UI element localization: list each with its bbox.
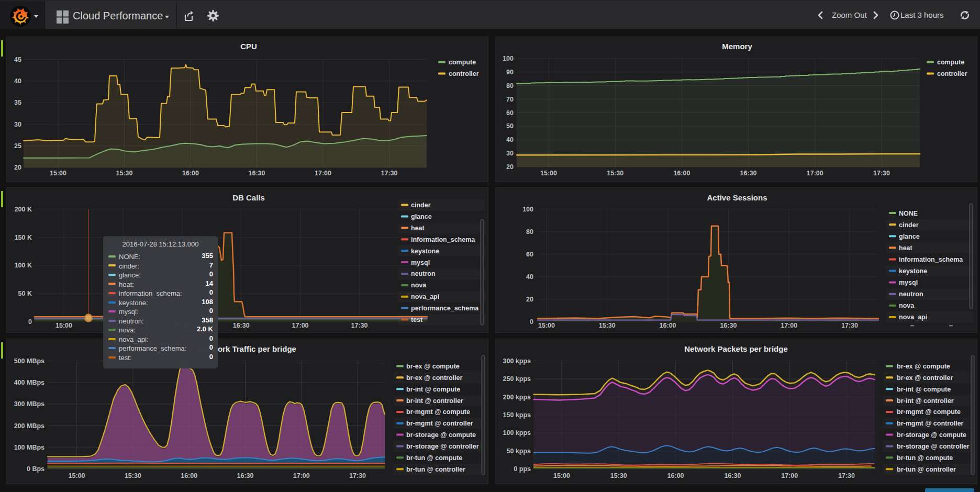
svg-text:25: 25 — [14, 142, 21, 150]
svg-text:17:00: 17:00 — [781, 322, 797, 329]
svg-text:16:30: 16:30 — [249, 170, 265, 177]
svg-text:17:00: 17:00 — [781, 472, 798, 479]
svg-text:controller: controller — [937, 70, 967, 77]
svg-text:0 Bps: 0 Bps — [27, 465, 44, 473]
svg-text:controller: controller — [449, 70, 479, 77]
svg-text:br-tun @ controller: br-tun @ controller — [897, 466, 956, 473]
svg-text:information_schema: information_schema — [899, 256, 963, 263]
svg-text:200 kpps: 200 kpps — [503, 394, 531, 401]
svg-text:60: 60 — [526, 251, 533, 258]
svg-text:16:00: 16:00 — [182, 170, 199, 177]
svg-text:30: 30 — [14, 121, 21, 128]
svg-text:heat: heat — [899, 244, 913, 252]
svg-text:150 K: 150 K — [15, 234, 32, 241]
svg-text:performance_schema: performance_schema — [411, 305, 479, 312]
svg-text:15:30: 15:30 — [125, 472, 141, 479]
svg-text:70: 70 — [506, 96, 514, 103]
svg-text:br-storage @ compute: br-storage @ compute — [406, 431, 476, 439]
svg-text:br-mgmt @ controller: br-mgmt @ controller — [406, 420, 473, 427]
svg-text:17:00: 17:00 — [807, 170, 823, 177]
svg-text:300 MBps: 300 MBps — [14, 400, 44, 408]
svg-text:15:00: 15:00 — [553, 472, 570, 479]
svg-text:16:30: 16:30 — [720, 322, 737, 329]
svg-text:17:30: 17:30 — [838, 472, 855, 479]
svg-text:15:30: 15:30 — [607, 170, 623, 177]
svg-text:keystone: keystone — [899, 267, 927, 275]
svg-text:17:30: 17:30 — [351, 322, 368, 329]
svg-text:200 MBps: 200 MBps — [14, 422, 44, 430]
svg-text:30: 30 — [506, 150, 514, 157]
svg-text:17:30: 17:30 — [841, 322, 858, 329]
svg-text:br-tun @ controller: br-tun @ controller — [406, 466, 465, 473]
svg-text:50 kpps: 50 kpps — [506, 448, 531, 455]
svg-text:17:30: 17:30 — [873, 170, 890, 177]
svg-text:300 kpps: 300 kpps — [503, 357, 531, 365]
svg-text:15:00: 15:00 — [50, 170, 66, 177]
svg-text:100 K: 100 K — [15, 262, 32, 269]
svg-text:20: 20 — [526, 296, 533, 303]
svg-text:20: 20 — [506, 163, 514, 171]
svg-text:40: 40 — [14, 77, 21, 85]
svg-text:15:00: 15:00 — [540, 170, 557, 177]
svg-text:35: 35 — [14, 99, 21, 106]
svg-text:mysql: mysql — [899, 279, 918, 286]
svg-text:17:30: 17:30 — [381, 170, 398, 177]
svg-text:0 pps: 0 pps — [514, 465, 531, 473]
svg-text:90: 90 — [506, 69, 514, 76]
svg-text:glance: glance — [899, 233, 920, 240]
svg-text:cinder: cinder — [899, 221, 919, 229]
svg-text:16:00: 16:00 — [660, 322, 676, 329]
svg-text:Network Packets per bridge: Network Packets per bridge — [684, 344, 788, 353]
svg-text:15:00: 15:00 — [55, 322, 72, 329]
svg-text:Memory: Memory — [722, 42, 752, 51]
svg-text:15:30: 15:30 — [610, 472, 627, 479]
svg-text:br-int @ controller: br-int @ controller — [897, 397, 954, 405]
svg-text:16:30: 16:30 — [237, 472, 254, 479]
svg-text:15:30: 15:30 — [116, 170, 133, 177]
svg-text:16:00: 16:00 — [673, 170, 690, 177]
svg-text:16:00: 16:00 — [667, 472, 684, 479]
svg-text:test: test — [411, 316, 423, 323]
svg-text:mysql: mysql — [411, 259, 430, 266]
svg-text:br-mgmt @ controller: br-mgmt @ controller — [897, 420, 964, 427]
svg-text:40: 40 — [506, 136, 514, 143]
svg-text:br-mgmt @ compute: br-mgmt @ compute — [897, 408, 961, 416]
svg-text:nova: nova — [411, 282, 427, 289]
svg-text:16:30: 16:30 — [724, 472, 741, 479]
svg-text:compute: compute — [937, 59, 964, 66]
svg-text:15:00: 15:00 — [69, 472, 85, 479]
svg-text:150 kpps: 150 kpps — [503, 411, 531, 419]
svg-text:keystone: keystone — [411, 248, 439, 255]
svg-text:250 kpps: 250 kpps — [503, 375, 531, 383]
svg-text:br-storage @ controller: br-storage @ controller — [406, 443, 479, 450]
svg-text:br-tun @ compute: br-tun @ compute — [406, 454, 462, 462]
svg-text:br-storage @ controller: br-storage @ controller — [897, 443, 970, 450]
svg-text:br-mgmt @ compute: br-mgmt @ compute — [406, 408, 470, 416]
svg-text:nova: nova — [899, 302, 915, 309]
svg-text:200 K: 200 K — [15, 206, 32, 213]
svg-text:br-int @ compute: br-int @ compute — [897, 386, 951, 393]
svg-text:16:00: 16:00 — [181, 472, 197, 479]
svg-text:Zoom Out: Zoom Out — [832, 10, 867, 19]
svg-text:neutron: neutron — [899, 290, 923, 298]
svg-text:br-int @ controller: br-int @ controller — [406, 397, 463, 405]
svg-text:100: 100 — [503, 55, 514, 62]
svg-text:0: 0 — [530, 318, 533, 326]
svg-text:compute: compute — [449, 59, 476, 66]
svg-text:br-ex @ controller: br-ex @ controller — [406, 374, 462, 382]
svg-text:br-ex @ compute: br-ex @ compute — [406, 363, 460, 370]
svg-text:500 MBps: 500 MBps — [14, 357, 44, 365]
svg-text:400 MBps: 400 MBps — [14, 379, 44, 386]
svg-text:br-ex @ compute: br-ex @ compute — [897, 363, 950, 370]
svg-text:nova_api: nova_api — [899, 314, 927, 321]
svg-text:information_schema: information_schema — [411, 236, 475, 243]
svg-text:glance: glance — [411, 213, 432, 220]
svg-text:40: 40 — [526, 273, 533, 281]
svg-text:br-ex @ controller: br-ex @ controller — [897, 374, 953, 382]
svg-text:16:30: 16:30 — [233, 322, 250, 329]
svg-text:17:00: 17:00 — [315, 170, 331, 177]
svg-text:br-int @ compute: br-int @ compute — [406, 386, 460, 393]
svg-text:60: 60 — [506, 109, 514, 117]
svg-text:17:30: 17:30 — [349, 472, 366, 479]
svg-text:100: 100 — [522, 206, 533, 213]
